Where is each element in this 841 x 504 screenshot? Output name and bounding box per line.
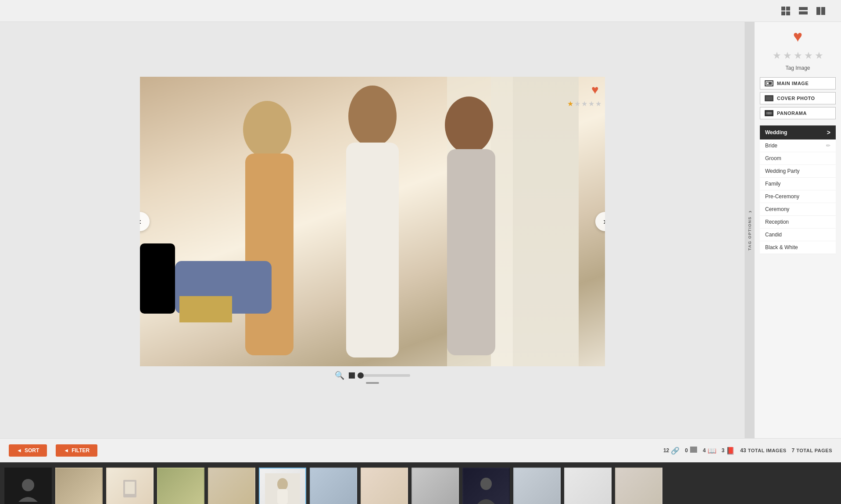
tag-star-2[interactable]: ★ <box>783 50 792 61</box>
grid-view-icon[interactable] <box>779 4 793 18</box>
right-panel-wrapper: TAG OPTIONS › ♥ ★ ★ ★ ★ ★ Tag Image <box>744 22 841 438</box>
thumb-img-6[interactable] <box>259 468 306 504</box>
svg-rect-2 <box>781 11 785 15</box>
tag-options-tab[interactable]: TAG OPTIONS › <box>745 22 755 438</box>
rating-overlay[interactable]: ★ ★ ★ ★ ★ <box>567 100 601 108</box>
zoom-icon[interactable]: 🔍 <box>335 371 344 380</box>
filter-button[interactable]: ◄ FILTER <box>56 444 97 457</box>
svg-rect-20 <box>767 82 769 84</box>
scrubber[interactable] <box>349 372 410 379</box>
category-groom[interactable]: Groom <box>760 152 836 165</box>
star-5[interactable]: ★ <box>595 100 601 108</box>
svg-rect-13 <box>346 143 399 357</box>
main-image-button[interactable]: MAIN IMAGE <box>760 77 836 89</box>
star-1[interactable]: ★ <box>567 100 573 108</box>
thumbnail-strip: ★ ★ ★ ★ ★ ★ ★ ★ ★ ★ ★ ★ ★ ★ ★ <box>0 462 841 504</box>
stat-linked: 12 🔗 <box>663 447 680 455</box>
thumbnail-12[interactable]: ★ ★ ★ ★ ★ <box>564 468 612 504</box>
list-view-icon[interactable] <box>796 4 810 18</box>
thumb-img-7[interactable] <box>310 468 357 504</box>
star-4[interactable]: ★ <box>588 100 594 108</box>
category-candid[interactable]: Candid <box>760 229 836 241</box>
thumb-img-4[interactable] <box>157 468 204 504</box>
svg-rect-18 <box>179 296 232 322</box>
thumbnail-7[interactable]: ★ ★ ★ ★ ★ <box>310 468 357 504</box>
thumbnail-5[interactable]: ★ ★ ★ ★ ★ <box>208 468 255 504</box>
svg-rect-17 <box>140 243 175 314</box>
tag-heart-icon[interactable]: ♥ <box>793 27 802 46</box>
tag-star-1[interactable]: ★ <box>773 50 781 61</box>
svg-rect-22 <box>766 112 772 114</box>
split-view-icon[interactable] <box>814 4 828 18</box>
category-ceremony[interactable]: Ceremony <box>760 203 836 216</box>
stat-box: 0 <box>685 446 698 455</box>
tag-star-4[interactable]: ★ <box>804 50 813 61</box>
thumbnail-6[interactable]: ★ ★ ★ ★ ★ ♥ <box>259 468 306 504</box>
resize-handle[interactable] <box>366 382 379 384</box>
tag-panel: TAG OPTIONS › ♥ ★ ★ ★ ★ ★ Tag Image <box>744 22 841 438</box>
thumb-img-1[interactable] <box>4 468 52 504</box>
category-list: Bride ✏ Groom Wedding Party Family <box>760 139 836 254</box>
thumb-img-8[interactable] <box>361 468 408 504</box>
progress-thumb[interactable] <box>358 372 364 379</box>
link-icon: 🔗 <box>671 447 680 455</box>
thumb-img-5[interactable] <box>208 468 255 504</box>
edit-icon[interactable]: ✏ <box>826 143 830 149</box>
thumbnail-4[interactable]: ★ ★ ★ ★ ★ <box>157 468 204 504</box>
box-icon <box>690 446 698 455</box>
stat-total-pages: 7 TOTAL PAGES <box>792 447 832 454</box>
thumb-img-9[interactable] <box>412 468 459 504</box>
thumbnail-10[interactable]: ★ ★ ★ ★ ★ <box>462 468 510 504</box>
panorama-button[interactable]: PANORAMA <box>760 107 836 119</box>
category-family[interactable]: Family <box>760 178 836 190</box>
stat-book-open: 4 📖 <box>703 447 716 455</box>
category-bride[interactable]: Bride ✏ <box>760 139 836 152</box>
view-icons-group <box>779 4 828 18</box>
thumb-img-13[interactable] <box>615 468 662 504</box>
tag-rating-stars[interactable]: ★ ★ ★ ★ ★ <box>760 50 836 61</box>
tag-buttons-group: MAIN IMAGE COVER PHOTO PAN <box>760 77 836 119</box>
category-reception[interactable]: Reception <box>760 216 836 229</box>
thumbnail-9[interactable]: ★ ★ ★ ★ ★ <box>412 468 459 504</box>
sort-arrow-icon: ◄ <box>17 447 22 454</box>
thumb-img-12[interactable] <box>564 468 612 504</box>
category-pre-ceremony[interactable]: Pre-Ceremony <box>760 190 836 203</box>
svg-rect-31 <box>277 489 288 504</box>
sort-button[interactable]: ◄ SORT <box>9 444 47 457</box>
category-wedding-party[interactable]: Wedding Party <box>760 165 836 178</box>
star-2[interactable]: ★ <box>574 100 580 108</box>
tag-star-5[interactable]: ★ <box>815 50 823 61</box>
star-3[interactable]: ★ <box>581 100 587 108</box>
thumbnail-8[interactable]: ★ ★ ★ ★ ★ <box>361 468 408 504</box>
svg-rect-25 <box>690 447 697 453</box>
thumbnail-11[interactable]: ★ ★ ★ ★ ★ <box>513 468 561 504</box>
svg-rect-21 <box>766 97 772 100</box>
thumbnail-13[interactable]: ★ ★ ★ ★ ★ ♥ <box>615 468 662 504</box>
svg-point-26 <box>22 479 34 491</box>
thumb-img-2[interactable] <box>55 468 103 504</box>
wedding-category-header[interactable]: Wedding > <box>760 125 836 139</box>
book-closed-icon: 📕 <box>726 447 735 455</box>
thumbnail-1[interactable]: ★ ★ ★ ★ ★ <box>4 468 52 504</box>
cover-photo-button[interactable]: COVER PHOTO <box>760 92 836 104</box>
tag-star-3[interactable]: ★ <box>794 50 802 61</box>
wedding-expand-arrow[interactable]: > <box>827 129 830 136</box>
tag-heart-display: ♥ <box>760 27 836 46</box>
tag-options-content: ♥ ★ ★ ★ ★ ★ Tag Image <box>755 22 841 438</box>
thumbnail-3[interactable]: ★ ★ ★ ★ ★ <box>106 468 154 504</box>
bottom-bar: ◄ SORT ◄ FILTER 12 🔗 0 4 📖 3 📕 43 TOTAL … <box>0 438 841 462</box>
thumbnail-2[interactable]: ★ ★ ★ ★ ★ <box>55 468 103 504</box>
thumb-img-11[interactable] <box>513 468 561 504</box>
thumb-img-3[interactable] <box>106 468 154 504</box>
category-black-white[interactable]: Black & White <box>760 241 836 254</box>
svg-rect-5 <box>799 11 808 14</box>
svg-rect-28 <box>125 482 135 494</box>
svg-rect-3 <box>786 11 790 15</box>
svg-rect-7 <box>821 7 825 15</box>
thumb-img-10[interactable] <box>462 468 510 504</box>
progress-bar[interactable] <box>358 374 410 377</box>
svg-point-30 <box>277 478 288 490</box>
svg-point-12 <box>348 86 397 147</box>
collapse-arrow[interactable]: › <box>746 210 753 213</box>
heart-favorite-icon[interactable]: ♥ <box>591 83 599 97</box>
